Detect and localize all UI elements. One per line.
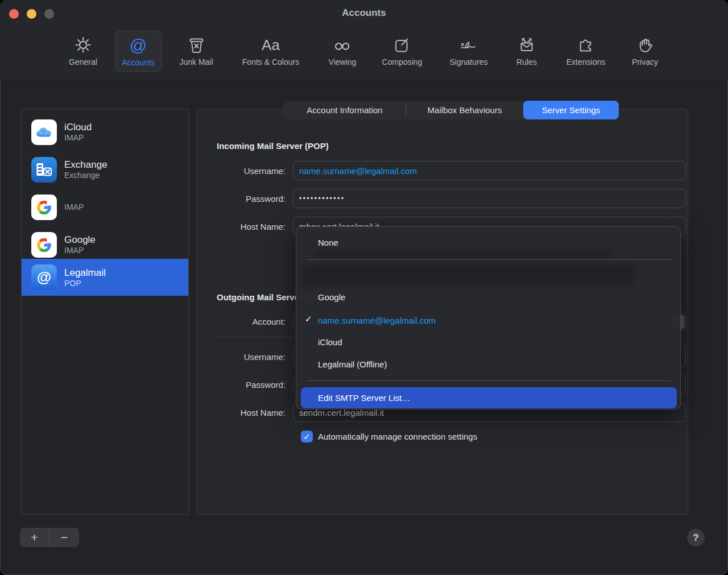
auto-manage-row: ✓ Automatically manage connection settin… (301, 431, 477, 442)
accounts-window: Accounts General @ Accounts Junk Mail (0, 0, 728, 575)
at-icon: @ (130, 35, 147, 56)
menu-item-edit-smtp-list[interactable]: Edit SMTP Server List… (301, 387, 677, 408)
junk-bin-icon (187, 35, 205, 55)
menu-item-legalmail-account[interactable]: name.surname@legalmail.com (296, 314, 680, 328)
compose-icon (393, 35, 411, 55)
toolbar-composing[interactable]: Composing (376, 31, 429, 71)
gear-icon (74, 35, 92, 55)
window-title: Accounts (0, 7, 728, 19)
menu-item-legalmail-offline[interactable]: Legalmail (Offline) (296, 358, 680, 371)
signature-icon (459, 35, 478, 55)
rules-envelope-icon (518, 35, 536, 55)
account-tabs: Account Information Mailbox Behaviours S… (283, 101, 619, 119)
exchange-icon (31, 157, 57, 183)
incoming-username-row: Username: name.surname@legalmail.com (217, 161, 686, 180)
menu-item-icloud[interactable]: iCloud (296, 336, 680, 349)
toolbar-junk-mail[interactable]: Junk Mail (173, 31, 219, 71)
menu-item-none[interactable]: None (296, 236, 680, 250)
toolbar-general[interactable]: General (63, 31, 104, 71)
google-icon (31, 195, 57, 220)
toolbar-signatures[interactable]: Signatures (444, 31, 494, 71)
icloud-icon (31, 119, 57, 145)
sidebar-item-legalmail[interactable]: @ Legalmail POP (22, 259, 188, 296)
tab-account-information[interactable]: Account Information (283, 101, 406, 119)
incoming-password-row: Password: •••••••••••• (217, 189, 686, 208)
sidebar-item-google-redacted[interactable]: IMAP (22, 188, 188, 226)
redacted-text (316, 251, 612, 257)
tab-mailbox-behaviours[interactable]: Mailbox Behaviours (406, 101, 523, 119)
sidebar-item-exchange[interactable]: Exchange Exchange (22, 151, 188, 188)
sidebar-item-icloud[interactable]: iCloud IMAP (22, 113, 188, 151)
glasses-icon (333, 35, 351, 55)
toolbar-viewing[interactable]: Viewing (322, 31, 363, 71)
menu-separator (307, 380, 671, 381)
menu-item-google[interactable]: Google (296, 291, 680, 304)
help-button[interactable]: ? (687, 529, 705, 547)
toolbar-rules[interactable]: Rules (510, 31, 543, 71)
checkbox-checked[interactable]: ✓ (301, 431, 313, 442)
toolbar-extensions[interactable]: Extensions (560, 31, 611, 71)
hand-icon (636, 35, 654, 55)
toolbar-fonts-colours[interactable]: Aa Fonts & Colours (236, 31, 305, 71)
fonts-aa-icon: Aa (262, 35, 280, 55)
sidebar-item-google[interactable]: Google IMAP (22, 226, 188, 263)
add-account-button[interactable]: + (20, 528, 49, 547)
tab-server-settings[interactable]: Server Settings (523, 101, 619, 119)
smtp-server-menu: None Google ✓ name.surname@legalmail.com… (296, 226, 681, 409)
legalmail-at-icon: @ (31, 264, 57, 290)
puzzle-icon (577, 35, 595, 55)
google-icon (31, 232, 57, 258)
incoming-password-field[interactable]: •••••••••••• (293, 189, 686, 208)
toolbar-privacy[interactable]: Privacy (626, 31, 664, 71)
add-remove-group: + − (20, 528, 79, 547)
toolbar-accounts[interactable]: @ Accounts (115, 31, 162, 72)
redacted-menu-item (302, 264, 635, 285)
menu-separator (307, 259, 671, 260)
remove-account-button[interactable]: − (49, 528, 79, 547)
incoming-section-title: Incoming Mail Server (POP) (217, 141, 329, 151)
incoming-username-field[interactable]: name.surname@legalmail.com (293, 161, 686, 180)
